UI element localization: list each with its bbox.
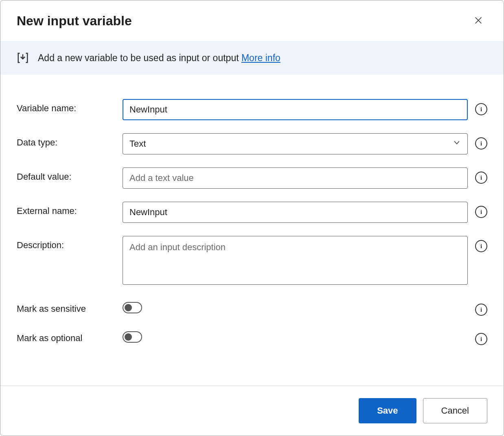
info-icon[interactable]: i [475, 240, 487, 252]
banner-text: Add a new variable to be used as input o… [38, 53, 280, 64]
label-mark-optional: Mark as optional [17, 329, 114, 344]
dialog-title: New input variable [17, 13, 132, 29]
label-data-type: Data type: [17, 133, 114, 148]
toggle-knob [125, 333, 132, 341]
mark-optional-toggle[interactable] [123, 331, 142, 343]
row-default-value: Default value: i [17, 167, 487, 189]
form-area: Variable name: i Data type: Text [0, 75, 504, 385]
description-textarea[interactable] [123, 236, 468, 285]
close-icon [474, 16, 483, 26]
cancel-button[interactable]: Cancel [423, 398, 487, 423]
row-variable-name: Variable name: i [17, 99, 487, 120]
info-icon[interactable]: i [475, 172, 487, 184]
label-external-name: External name: [17, 202, 114, 216]
row-external-name: External name: i [17, 202, 487, 223]
input-icon [17, 52, 29, 64]
info-banner: Add a new variable to be used as input o… [0, 41, 504, 75]
variable-name-input[interactable] [123, 99, 468, 120]
label-description: Description: [17, 236, 114, 251]
data-type-value: Text [129, 139, 146, 149]
row-mark-optional: Mark as optional i [17, 329, 487, 345]
save-button[interactable]: Save [359, 398, 416, 423]
new-input-variable-dialog: New input variable Add a new variable to… [0, 0, 504, 436]
toggle-knob [125, 304, 132, 311]
info-icon[interactable]: i [475, 206, 487, 218]
chevron-down-icon [453, 139, 461, 149]
close-button[interactable] [469, 12, 487, 30]
row-data-type: Data type: Text i [17, 133, 487, 154]
info-icon[interactable]: i [475, 304, 487, 316]
default-value-input[interactable] [123, 167, 468, 189]
mark-sensitive-toggle[interactable] [123, 302, 142, 313]
more-info-link[interactable]: More info [241, 53, 280, 63]
info-icon[interactable]: i [475, 333, 487, 345]
data-type-select[interactable]: Text [123, 133, 468, 154]
label-default-value: Default value: [17, 167, 114, 182]
label-mark-sensitive: Mark as sensitive [17, 299, 114, 314]
dialog-header: New input variable [0, 0, 504, 41]
banner-text-content: Add a new variable to be used as input o… [38, 53, 241, 63]
label-variable-name: Variable name: [17, 99, 114, 114]
external-name-input[interactable] [123, 202, 468, 223]
info-icon[interactable]: i [475, 137, 487, 150]
dialog-footer: Save Cancel [0, 385, 504, 436]
row-description: Description: i [17, 236, 487, 286]
info-icon[interactable]: i [475, 103, 487, 115]
row-mark-sensitive: Mark as sensitive i [17, 299, 487, 316]
